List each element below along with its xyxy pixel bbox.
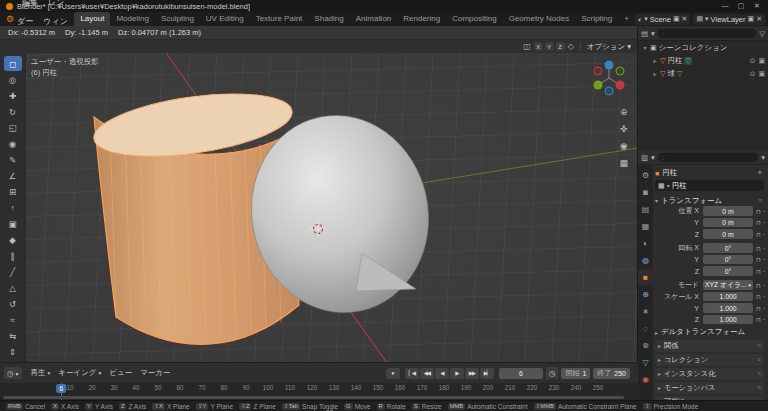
tab-modeling[interactable]: Modeling <box>110 12 154 26</box>
animate-dot-icon[interactable]: · <box>763 207 766 216</box>
tab-animation[interactable]: Animation <box>350 12 398 26</box>
tab-material[interactable]: ◉ <box>638 371 653 387</box>
panel-menu-icon[interactable]: ≡ <box>757 370 761 377</box>
transform-value-field[interactable]: 0° <box>703 243 753 253</box>
tab-object-data[interactable]: ▽ <box>638 354 653 370</box>
mirror-x-toggle[interactable]: X <box>534 42 543 51</box>
lock-icon[interactable]: ⊓ <box>756 245 761 252</box>
minimize-button[interactable]: — <box>718 2 732 10</box>
tab-texture-paint[interactable]: Texture Paint <box>250 12 309 26</box>
transform-panel-header[interactable]: ▾ トランスフォーム ≡ <box>655 195 764 206</box>
tab-modifiers[interactable]: ⊕ <box>638 286 653 302</box>
timeline-menu-マーカー[interactable]: マーカー <box>140 368 170 378</box>
transform-value-field[interactable]: 0° <box>703 255 753 265</box>
animate-dot-icon[interactable]: · <box>763 315 766 324</box>
tool-annotate[interactable]: ✎ <box>4 152 22 167</box>
tool-bevel[interactable]: ◆ <box>4 232 22 247</box>
rotation-mode-dropdown[interactable]: XYZ オイラ...▾ <box>703 280 753 290</box>
lock-icon[interactable]: ⊓ <box>756 293 761 300</box>
filter-icon[interactable]: ▽ <box>759 29 765 38</box>
animate-dot-icon[interactable]: · <box>763 304 766 313</box>
tab-sculpting[interactable]: Sculpting <box>155 12 200 26</box>
tool-shrink-fatten[interactable]: ⇕ <box>4 344 22 359</box>
animate-dot-icon[interactable]: · <box>763 244 766 253</box>
tab-geometry-nodes[interactable]: Geometry Nodes <box>503 12 575 26</box>
transform-value-field[interactable]: 0° <box>703 266 753 276</box>
animate-dot-icon[interactable]: · <box>763 267 766 276</box>
pan-hand-icon[interactable]: ✜ <box>619 124 628 134</box>
mirror-y-toggle[interactable]: Y <box>545 42 554 51</box>
collapse-icon[interactable]: ▸ <box>652 70 658 77</box>
collapse-icon[interactable]: ▸ <box>652 57 658 64</box>
tab-world[interactable]: ◍ <box>638 252 653 268</box>
lock-icon[interactable]: ⊓ <box>756 231 761 238</box>
play-button[interactable]: ▶ <box>450 368 464 379</box>
tab-render[interactable]: ◙ <box>638 184 653 200</box>
play-reverse-button[interactable]: ◀ <box>435 368 449 379</box>
lock-icon[interactable]: ⊓ <box>756 282 761 289</box>
transform-value-field[interactable]: 0 m <box>703 218 753 228</box>
outliner-editor-icon[interactable]: ▤ <box>641 29 648 38</box>
animate-dot-icon[interactable]: · <box>763 292 766 301</box>
transform-value-field[interactable]: 1.000 <box>703 315 753 325</box>
lock-icon[interactable]: ⊓ <box>756 268 761 275</box>
new-scene-icon[interactable]: ▣ <box>673 15 680 23</box>
delete-viewlayer-icon[interactable]: ✕ <box>756 15 762 23</box>
gizmo-x-axis[interactable] <box>616 81 625 90</box>
next-keyframe-button[interactable]: ▶▶ <box>465 368 479 379</box>
timeline-menu-キーイング[interactable]: キーイング▾ <box>58 368 101 378</box>
close-button[interactable]: ✕ <box>750 2 764 10</box>
tab-physics[interactable]: ◌ <box>638 320 653 336</box>
tab-uv-editing[interactable]: UV Editing <box>200 12 250 26</box>
tool-spin[interactable]: ↺ <box>4 296 22 311</box>
tab-view-layer[interactable]: ▦ <box>638 218 653 234</box>
panel-menu-icon[interactable]: ≡ <box>757 384 761 391</box>
tool-edge-slide[interactable]: ⇆ <box>4 328 22 343</box>
tab-compositing[interactable]: Compositing <box>446 12 502 26</box>
blender-app-menu-icon[interactable]: ⚙ <box>6 14 14 24</box>
animate-dot-icon[interactable]: · <box>763 218 766 227</box>
hide-eye-icon[interactable]: ⊙ <box>750 57 756 65</box>
lock-icon[interactable]: ⊓ <box>756 305 761 312</box>
jump-to-end-button[interactable]: ▶▏ <box>480 368 494 379</box>
tab-tool[interactable]: ⚙ <box>638 167 653 183</box>
options-dropdown[interactable]: オプション ▾ <box>587 42 631 52</box>
tool-knife[interactable]: ╱ <box>4 264 22 279</box>
lock-icon[interactable]: ⊓ <box>756 256 761 263</box>
panel-menu-icon[interactable]: ≡ <box>758 197 762 204</box>
breadcrumb-object-name[interactable]: 円柱 <box>662 168 677 178</box>
menu-edit[interactable]: 編集 <box>17 0 43 7</box>
tool-inset-faces[interactable]: ▣ <box>4 216 22 231</box>
transform-value-field[interactable]: 1.000 <box>703 303 753 313</box>
navigation-gizmo[interactable] <box>587 56 631 100</box>
viewlayer-selector[interactable]: ▤ ▾ ViewLayer ▣ ✕ <box>693 14 765 25</box>
record-button[interactable]: ● <box>386 368 400 379</box>
filter-icon[interactable]: ▾ <box>761 153 765 162</box>
tool-extrude-region[interactable]: ↑ <box>4 200 22 215</box>
gizmo-y-axis[interactable] <box>594 81 603 90</box>
outliner-search-input[interactable]: ◌ <box>658 29 756 38</box>
tab-shading[interactable]: Shading <box>308 12 349 26</box>
timeline-editor-type-button[interactable]: ◷ ▾ <box>4 367 22 379</box>
panel-インスタンス化[interactable]: ▸インスタンス化≡ <box>655 368 764 380</box>
frame-end-field[interactable]: 終了 250 <box>593 368 630 379</box>
jump-to-start-button[interactable]: ▏◀ <box>405 368 419 379</box>
tab-particles[interactable]: ∗ <box>638 303 653 319</box>
outliner-row-2[interactable]: ▸▽球▽⊙▣ <box>638 67 768 80</box>
viewport-canvas[interactable]: ユーザー・透視投影 (6) 円柱 ◻◎✚↻◱◉✎∠⊞↑▣◆∥╱△↺≈⇆⇕ ⊕ ✜ <box>0 53 637 362</box>
properties-editor-icon[interactable]: ▥ <box>641 153 648 162</box>
tab-object[interactable]: ■ <box>638 269 653 285</box>
panel-menu-icon[interactable]: ≡ <box>757 356 761 363</box>
tool-move[interactable]: ✚ <box>4 88 22 103</box>
object-name-field[interactable]: ▦ ▾ 円柱 <box>655 180 764 191</box>
properties-search-input[interactable]: ◌ <box>658 153 758 162</box>
tool-loop-cut[interactable]: ∥ <box>4 248 22 263</box>
transform-value-field[interactable]: 0 m <box>703 229 753 239</box>
panel-モーションパス[interactable]: ▸モーションパス≡ <box>655 382 764 394</box>
panel-関係[interactable]: ▸関係≡ <box>655 340 764 352</box>
tab-rendering[interactable]: Rendering <box>397 12 446 26</box>
lock-icon[interactable]: ⊓ <box>756 316 761 323</box>
tab-scene[interactable]: ◐ <box>638 235 653 251</box>
timeline-menu-ビュー[interactable]: ビュー <box>109 368 132 378</box>
transform-value-field[interactable]: 0 m <box>703 206 753 216</box>
